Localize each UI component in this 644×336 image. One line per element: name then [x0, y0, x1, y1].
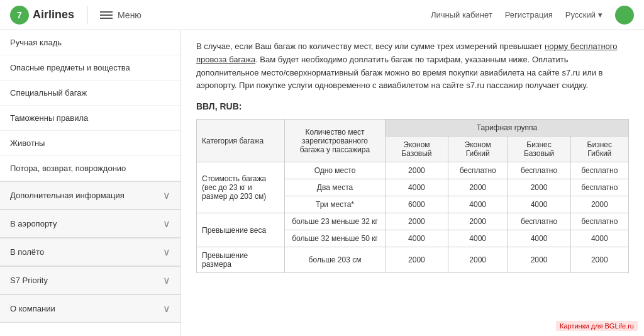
value-cell: 2000: [386, 162, 448, 179]
quantity-cell: больше 23 меньше 32 кг: [285, 213, 386, 230]
menu-icon: [100, 11, 113, 19]
value-cell: бесплатно: [570, 179, 628, 196]
register-link[interactable]: Регистрация: [505, 10, 553, 20]
header-nav: Личный кабинет Регистрация Русский ▾: [431, 6, 634, 25]
value-cell: бесплатно: [448, 162, 508, 179]
table-title: ВВЛ, RUB:: [196, 101, 629, 111]
sidebar-section-additional-label: Дополнительная информация: [10, 191, 125, 200]
logo-text: Airlines: [33, 8, 74, 21]
quantity-cell: Три места*: [285, 196, 386, 213]
table-row: Превышение размера больше 203 см 2000 20…: [197, 247, 629, 273]
col-header-econ-base: Эконом Базовый: [386, 137, 448, 162]
sidebar-item-lost[interactable]: Потора, возврат, поврождонио: [0, 156, 180, 181]
account-link[interactable]: Личный кабинет: [431, 10, 492, 20]
sidebar-section-priority[interactable]: S7 Priority ∨: [0, 266, 180, 294]
header: 7 Airlines Меню Личный кабинет Регистрац…: [0, 0, 644, 30]
value-cell: 2000: [570, 196, 628, 213]
sidebar: Ручная кладь Опасные предметы и вощества…: [0, 30, 181, 336]
col-header-quantity: Количество мест зарегистрованного багажа…: [285, 120, 386, 162]
value-cell: 2000: [386, 213, 448, 230]
sidebar-item-dangerous[interactable]: Опасные предметы и вощества: [0, 55, 180, 81]
value-cell: 4000: [508, 196, 570, 213]
value-cell: 2000: [448, 213, 508, 230]
quantity-cell: больше 32 меньше 50 кг: [285, 230, 386, 247]
baggage-rules-link[interactable]: норму бесплатного провоза багажа: [196, 42, 617, 64]
main-layout: Ручная кладь Опасные предметы и вощества…: [0, 30, 644, 336]
table-row: Превышение веса больше 23 меньше 32 кг 2…: [197, 213, 629, 230]
value-cell: 2000: [386, 247, 448, 273]
sidebar-item-customs[interactable]: Таможенны правила: [0, 106, 180, 131]
value-cell: 4000: [448, 230, 508, 247]
category-cell: Превышение веса: [197, 213, 285, 247]
value-cell: бесплатно: [570, 213, 628, 230]
value-cell: бесплатно: [508, 162, 570, 179]
menu-label: Меню: [118, 10, 142, 20]
value-cell: 6000: [386, 196, 448, 213]
value-cell: 2000: [508, 179, 570, 196]
sidebar-section-inflight[interactable]: В полёто ∨: [0, 238, 180, 266]
table-row: Стоимость багажа (вес до 23 кг и размер …: [197, 162, 629, 179]
chevron-down-icon: ∨: [163, 218, 170, 230]
intro-paragraph: В случае, если Ваш багаж по количеству м…: [196, 40, 629, 92]
col-header-category: Категория багажа: [197, 120, 285, 162]
sidebar-section-company-label: О компании: [10, 304, 55, 313]
chevron-down-icon: ∨: [163, 274, 170, 286]
sidebar-section-priority-label: S7 Priority: [10, 276, 48, 285]
chevron-down-icon: ∨: [163, 246, 170, 258]
language-selector[interactable]: Русский ▾: [565, 10, 602, 20]
chevron-down-icon: ▾: [598, 10, 602, 20]
category-cell: Стоимость багажа (вес до 23 кг и размер …: [197, 162, 285, 213]
value-cell: 4000: [386, 179, 448, 196]
col-header-biz-flex: Бизнес Гибкий: [570, 137, 628, 162]
chevron-down-icon: ∨: [163, 189, 170, 201]
watermark: Картинки для BGLife.ru: [556, 321, 638, 331]
logo: 7 Airlines: [10, 6, 74, 25]
quantity-cell: Два места: [285, 179, 386, 196]
col-header-econ-flex: Эконом Гибкий: [448, 137, 508, 162]
sidebar-section-inflight-label: В полёто: [10, 247, 44, 257]
logo-icon: 7: [10, 6, 29, 25]
value-cell: 4000: [386, 230, 448, 247]
sidebar-item-hand-luggage[interactable]: Ручная кладь: [0, 30, 180, 55]
value-cell: 2000: [448, 179, 508, 196]
value-cell: 2000: [448, 247, 508, 273]
sidebar-section-airport[interactable]: В аэропорту ∨: [0, 210, 180, 238]
main-content: В случае, если Ваш багаж по количеству м…: [181, 30, 644, 336]
baggage-table: Категория багажа Количество мест зарегис…: [196, 119, 629, 273]
sidebar-section-airport-label: В аэропорту: [10, 219, 57, 228]
value-cell: 2000: [570, 247, 628, 273]
chevron-down-icon: ∨: [163, 303, 170, 315]
quantity-cell: больше 203 см: [285, 247, 386, 273]
avatar[interactable]: [615, 6, 634, 25]
value-cell: 2000: [508, 247, 570, 273]
lang-label: Русский: [565, 10, 596, 20]
col-header-tariff-group: Тарифная группа: [386, 120, 629, 137]
value-cell: 4000: [570, 230, 628, 247]
quantity-cell: Одно место: [285, 162, 386, 179]
header-divider: [87, 6, 87, 25]
value-cell: 4000: [448, 196, 508, 213]
col-header-biz-base: Бизнес Базовый: [508, 137, 570, 162]
value-cell: бесплатно: [570, 162, 628, 179]
value-cell: бесплатно: [508, 213, 570, 230]
menu-button[interactable]: Меню: [100, 10, 142, 20]
sidebar-item-animals[interactable]: Животны: [0, 131, 180, 156]
sidebar-section-additional[interactable]: Дополнительная информация ∨: [0, 181, 180, 210]
sidebar-item-special[interactable]: Специальный багаж: [0, 81, 180, 106]
value-cell: 4000: [508, 230, 570, 247]
category-cell: Превышение размера: [197, 247, 285, 273]
sidebar-section-company[interactable]: О компании ∨: [0, 294, 180, 323]
